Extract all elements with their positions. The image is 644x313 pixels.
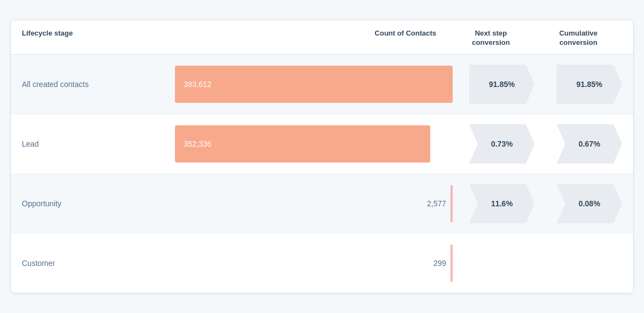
cumulative-cell-lead: 0.67%	[546, 114, 633, 173]
bar-cell-customer: 299	[175, 234, 458, 293]
header-next-step: Next step conversion	[447, 29, 535, 48]
row-label-lead: Lead	[11, 129, 175, 159]
chevron-cumulative-lead: 0.67%	[557, 124, 622, 164]
bar-value-all-created: 383,612	[184, 80, 212, 89]
header-cumulative: Cumulative conversion	[535, 29, 622, 48]
next-step-cell-all-created: 91.85%	[458, 55, 546, 114]
chevron-cumulative-opportunity: 0.08%	[557, 184, 622, 223]
chevron-next-all-created: 91.85%	[469, 65, 535, 104]
cumulative-cell-customer	[546, 234, 633, 293]
next-step-cell-opportunity: 11.6%	[458, 174, 546, 233]
chevron-cumulative-all-created: 91.85%	[557, 65, 622, 104]
bar-lead: 352,336	[175, 125, 430, 163]
thin-bar-customer	[450, 245, 453, 282]
cumulative-value-opportunity: 0.08%	[578, 199, 600, 208]
bar-cell-lead: 352,336	[175, 114, 458, 173]
cumulative-cell-all-created: 91.85%	[546, 55, 633, 114]
bar-cell-opportunity: 2,577	[175, 174, 458, 233]
bar-value-lead: 352,336	[184, 140, 212, 148]
next-step-value-opportunity: 11.6%	[491, 199, 513, 208]
chevron-next-lead: 0.73%	[469, 124, 535, 164]
next-step-value-all-created: 91.85%	[489, 80, 514, 89]
cumulative-value-all-created: 91.85%	[576, 80, 602, 89]
bar-all-created: 383,612	[175, 66, 453, 103]
header-count-contacts: Count of Contacts	[186, 29, 447, 48]
table-header: Lifecycle stage Count of Contacts Next s…	[11, 20, 633, 55]
thin-bar-opportunity	[450, 185, 453, 222]
bar-cell-all-created: 383,612	[175, 55, 458, 114]
next-step-cell-customer	[458, 234, 546, 293]
bar-value-opportunity: 2,577	[427, 199, 446, 208]
table-row: Customer 299	[11, 234, 633, 293]
table-body: All created contacts 383,612 91.85% 91.8…	[11, 55, 633, 293]
lifecycle-table: Lifecycle stage Count of Contacts Next s…	[10, 20, 634, 293]
table-row: Opportunity 2,577 11.6% 0.08%	[11, 174, 633, 234]
chevron-next-opportunity: 11.6%	[469, 184, 535, 223]
row-label-all-created: All created contacts	[11, 69, 175, 100]
cumulative-value-lead: 0.67%	[578, 140, 600, 148]
header-lifecycle-stage: Lifecycle stage	[22, 29, 186, 48]
table-row: Lead 352,336 0.73% 0.67%	[11, 114, 633, 174]
row-label-opportunity: Opportunity	[11, 188, 175, 219]
row-label-customer: Customer	[11, 248, 175, 279]
table-row: All created contacts 383,612 91.85% 91.8…	[11, 55, 633, 114]
next-step-value-lead: 0.73%	[491, 140, 513, 148]
cumulative-cell-opportunity: 0.08%	[546, 174, 633, 233]
bar-value-customer: 299	[434, 259, 446, 268]
next-step-cell-lead: 0.73%	[458, 114, 546, 173]
